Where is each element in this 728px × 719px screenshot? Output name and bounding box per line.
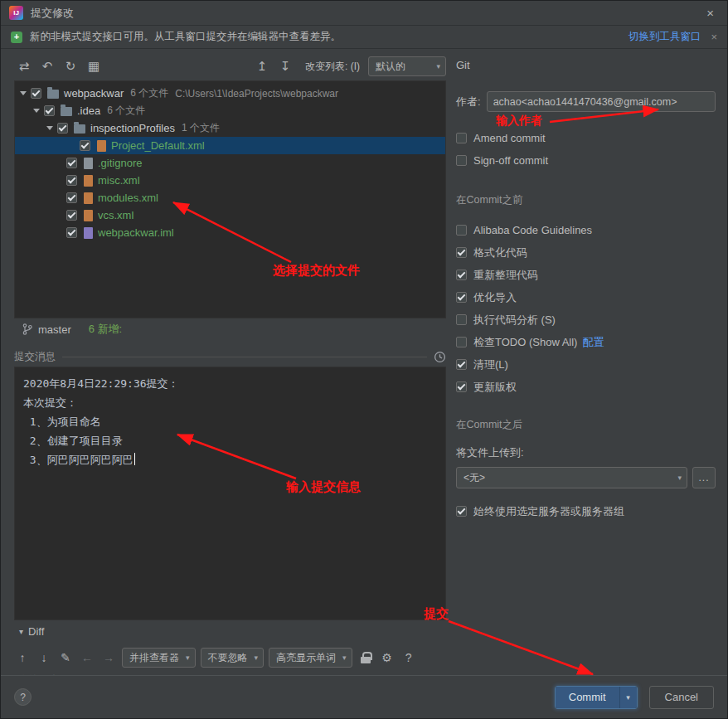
tree-row-project-default-xml[interactable]: Project_Default.xml [15, 137, 445, 154]
tree-row-misc-xml[interactable]: misc.xml [15, 172, 445, 189]
dialog-footer: ? Commit ▾ Cancel [1, 675, 727, 718]
checkbox[interactable] [456, 247, 467, 258]
intellij-logo-icon: IJ [9, 6, 23, 20]
previous-file-icon[interactable]: ← [79, 651, 95, 664]
checkbox[interactable] [456, 133, 467, 143]
checkbox[interactable] [456, 225, 467, 236]
checkbox[interactable] [66, 210, 77, 221]
text-caret [134, 453, 135, 465]
next-file-icon[interactable]: → [100, 651, 117, 664]
option-update-copyright[interactable]: 更新版权 [456, 376, 716, 398]
changes-toolbar: ⇄ ↶ ↻ ▦ ↥ ↧ 改变列表: (I) 默认的 ▾ [14, 52, 446, 80]
next-change-icon[interactable]: ↓ [36, 651, 52, 664]
tree-row-inspectionprofiles[interactable]: inspectionProfiles 1 个文件 [15, 119, 445, 137]
option-check-todo[interactable]: 检查TODO (Show All) 配置 [456, 331, 716, 353]
checkbox[interactable] [456, 292, 467, 303]
chevron-down-icon[interactable] [33, 109, 40, 113]
refresh-changes-icon[interactable]: ⇄ [14, 59, 34, 74]
checkbox[interactable] [456, 314, 467, 325]
new-files-count: 6 新增: [89, 322, 122, 337]
checkbox[interactable] [456, 337, 467, 347]
signoff-commit-option[interactable]: Sign-off commit [456, 149, 716, 172]
commit-options-arrow[interactable]: ▾ [619, 687, 637, 708]
tree-row-webpackwar[interactable]: webpackwar 6 个文件 C:\Users\1\IdeaProjects… [15, 85, 445, 102]
message-history-clock-icon[interactable] [434, 351, 446, 363]
jump-to-source-icon[interactable]: ✎ [57, 651, 74, 664]
diff-section-header[interactable]: ▾ Diff [14, 622, 446, 640]
window-close-icon[interactable]: × [701, 6, 719, 20]
whitespace-dropdown[interactable]: 不要忽略 ▾ [201, 648, 265, 668]
option-rearrange-code[interactable]: 重新整理代码 [456, 264, 716, 286]
option-reformat-code[interactable]: 格式化代码 [456, 241, 716, 264]
folder-icon [47, 90, 59, 99]
amend-commit-option[interactable]: Amend commit [456, 127, 716, 149]
checkbox[interactable] [456, 506, 467, 517]
iml-file-icon [84, 227, 93, 239]
author-input[interactable] [487, 91, 716, 112]
changelist-value: 默认的 [376, 60, 405, 74]
checkbox[interactable] [66, 227, 77, 238]
diff-help-icon[interactable]: ? [400, 651, 417, 664]
tree-row-vcs-xml[interactable]: vcs.xml [15, 206, 445, 224]
new-feature-icon: + [11, 32, 22, 43]
folder-icon [61, 107, 72, 116]
refresh-icon[interactable]: ↻ [61, 59, 80, 74]
highlight-mode-dropdown[interactable]: 高亮显示单词 ▾ [269, 648, 352, 668]
upload-files-label: 将文件上传到: [456, 445, 716, 460]
browse-servers-button[interactable]: ... [692, 467, 716, 488]
commit-split-button[interactable]: Commit ▾ [555, 686, 638, 709]
group-by-icon[interactable]: ▦ [84, 59, 104, 74]
chevron-down-icon[interactable] [20, 91, 27, 95]
switch-to-tool-window-link[interactable]: 切换到工具窗口 [629, 30, 701, 44]
commit-message-label: 提交消息 [14, 350, 56, 364]
expand-all-icon[interactable]: ↧ [275, 59, 295, 74]
previous-change-icon[interactable]: ↑ [14, 651, 31, 664]
checkbox[interactable] [456, 359, 467, 370]
branch-name: master [38, 323, 71, 336]
changelist-dropdown[interactable]: 默认的 ▾ [368, 56, 446, 76]
lock-icon[interactable] [360, 652, 371, 664]
option-optimize-imports[interactable]: 优化导入 [456, 286, 716, 308]
help-icon[interactable]: ? [14, 688, 32, 706]
rollback-icon[interactable]: ↶ [37, 59, 57, 74]
upload-target-dropdown[interactable]: <无> ▾ [456, 467, 687, 488]
checkbox[interactable] [66, 158, 77, 168]
xml-file-icon [84, 192, 93, 204]
chevron-down-icon[interactable] [46, 126, 53, 130]
checkbox[interactable] [456, 270, 467, 280]
tree-row-gitignore[interactable]: .gitignore [15, 154, 445, 172]
diff-viewer-dropdown[interactable]: 并排查看器 ▾ [122, 648, 196, 668]
gear-icon[interactable]: ⚙ [379, 651, 396, 664]
checkbox[interactable] [31, 88, 41, 99]
checkbox[interactable] [57, 123, 68, 134]
checkbox[interactable] [44, 105, 55, 116]
option-cleanup[interactable]: 清理(L) [456, 353, 716, 376]
folder-icon [74, 124, 85, 134]
gitignore-file-icon [84, 158, 93, 169]
option-alibaba-guidelines[interactable]: Alibaba Code Guidelines [456, 219, 716, 241]
checkbox[interactable] [456, 155, 467, 166]
before-commit-options: Alibaba Code Guidelines 格式化代码 重新整理代码 优化导… [456, 219, 716, 398]
chevron-down-icon[interactable]: ▾ [19, 627, 23, 636]
commit-changes-dialog: IJ 提交修改 × + 新的非模式提交接口可用。从工具窗口提交并在编辑器中查看差… [0, 0, 728, 719]
cancel-button[interactable]: Cancel [649, 686, 714, 709]
tree-row-idea[interactable]: .idea 6 个文件 [15, 102, 445, 119]
upload-target-row: <无> ▾ ... [456, 467, 716, 488]
xml-file-icon [84, 175, 93, 187]
chevron-down-icon: ▾ [255, 653, 259, 662]
collapse-all-icon[interactable]: ↥ [252, 59, 272, 74]
commit-button[interactable]: Commit [556, 687, 619, 708]
tree-row-webpackwar-iml[interactable]: webpackwar.iml [15, 224, 445, 241]
tree-row-modules-xml[interactable]: modules.xml [15, 189, 445, 206]
checkbox[interactable] [80, 140, 90, 151]
configure-todo-link[interactable]: 配置 [582, 335, 604, 350]
git-branch-icon [22, 323, 32, 335]
option-code-analysis[interactable]: 执行代码分析 (S) [456, 308, 716, 331]
checkbox[interactable] [456, 381, 467, 392]
chevron-down-icon: ▾ [186, 653, 190, 662]
always-use-server-option[interactable]: 始终使用选定服务器或服务器组 [456, 500, 716, 522]
commit-message-input[interactable]: 2020年8月4日22:29:36提交： 本次提交： 1、为项目命名 2、创建了… [14, 367, 446, 620]
checkbox[interactable] [66, 192, 77, 203]
checkbox[interactable] [66, 175, 77, 186]
banner-close-icon[interactable]: × [711, 31, 717, 43]
